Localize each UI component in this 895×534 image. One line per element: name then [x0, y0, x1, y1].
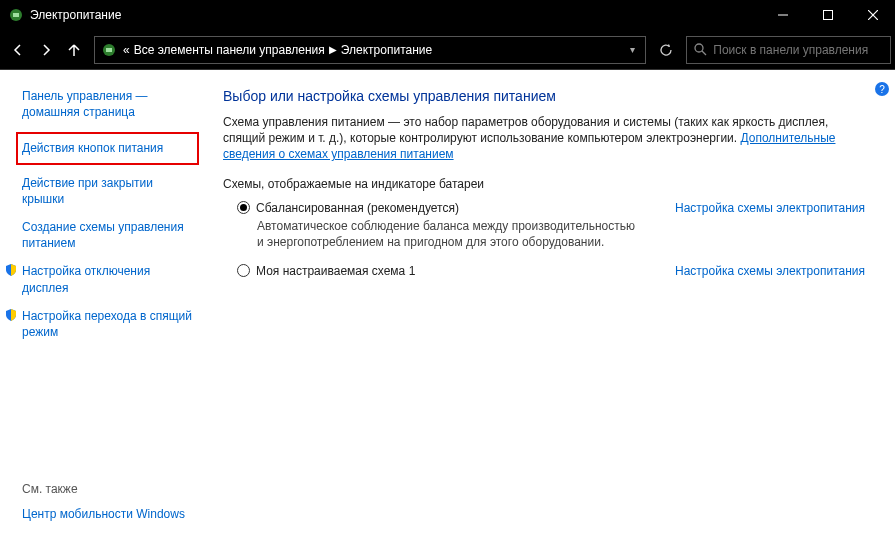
forward-button[interactable] [32, 36, 60, 64]
svg-rect-1 [13, 13, 19, 17]
breadcrumb-prefix: « [123, 43, 130, 57]
window-title: Электропитание [30, 8, 760, 22]
sidebar-item-sleep[interactable]: Настройка перехода в спящий режим [4, 308, 193, 340]
up-button[interactable] [60, 36, 88, 64]
page-description: Схема управления питанием — это набор па… [223, 114, 865, 163]
refresh-button[interactable] [652, 36, 680, 64]
mobility-center-link[interactable]: Центр мобильности Windows [22, 506, 193, 522]
plan-radio-custom1[interactable] [237, 264, 250, 277]
svg-rect-7 [106, 48, 112, 52]
back-button[interactable] [4, 36, 32, 64]
sidebar-item-create-plan[interactable]: Создание схемы управления питанием [22, 219, 193, 251]
titlebar: Электропитание [0, 0, 895, 30]
change-plan-settings-link[interactable]: Настройка схемы электропитания [675, 264, 865, 278]
sidebar-item-label: Настройка отключения дисплея [22, 263, 193, 295]
plan-radio-balanced[interactable] [237, 201, 250, 214]
control-panel-home-link[interactable]: Панель управления — домашняя страница [22, 88, 193, 120]
plan-name[interactable]: Моя настраиваемая схема 1 [256, 264, 415, 278]
sidebar-item-power-buttons[interactable]: Действия кнопок питания [16, 132, 199, 164]
breadcrumb-parent[interactable]: Все элементы панели управления [134, 43, 325, 57]
plan-name[interactable]: Сбалансированная (рекомендуется) [256, 201, 459, 215]
chevron-right-icon[interactable]: ▶ [329, 44, 337, 55]
breadcrumb-current[interactable]: Электропитание [341, 43, 432, 57]
sidebar-item-lid-close[interactable]: Действие при закрытии крышки [22, 175, 193, 207]
sidebar: Панель управления — домашняя страница Де… [0, 70, 205, 534]
plan-description: Автоматическое соблюдение баланса между … [257, 218, 637, 250]
navbar: « Все элементы панели управления ▶ Элект… [0, 30, 895, 70]
search-box[interactable] [686, 36, 891, 64]
change-plan-settings-link[interactable]: Настройка схемы электропитания [675, 201, 865, 215]
maximize-button[interactable] [805, 0, 850, 30]
svg-point-8 [695, 44, 703, 52]
content-area: ? Панель управления — домашняя страница … [0, 70, 895, 534]
minimize-button[interactable] [760, 0, 805, 30]
shield-icon [4, 308, 20, 324]
main-panel: Выбор или настройка схемы управления пит… [205, 70, 895, 534]
power-options-icon [101, 42, 117, 58]
search-input[interactable] [713, 43, 884, 57]
sidebar-item-label: Настройка перехода в спящий режим [22, 308, 193, 340]
help-icon[interactable]: ? [875, 82, 889, 96]
close-button[interactable] [850, 0, 895, 30]
svg-rect-3 [823, 11, 832, 20]
shield-icon [4, 263, 20, 279]
sidebar-item-display-off[interactable]: Настройка отключения дисплея [4, 263, 193, 295]
power-plan-balanced: Сбалансированная (рекомендуется) Настрой… [237, 201, 865, 250]
description-text: Схема управления питанием — это набор па… [223, 115, 828, 145]
power-plan-custom1: Моя настраиваемая схема 1 Настройка схем… [237, 264, 865, 278]
see-also-label: См. также [22, 482, 193, 496]
chevron-down-icon[interactable]: ▾ [626, 44, 639, 55]
plans-section-label: Схемы, отображаемые на индикаторе батаре… [223, 177, 865, 191]
power-options-icon [8, 7, 24, 23]
page-heading: Выбор или настройка схемы управления пит… [223, 88, 865, 104]
search-icon [693, 42, 707, 58]
address-bar[interactable]: « Все элементы панели управления ▶ Элект… [94, 36, 646, 64]
svg-line-9 [702, 51, 706, 55]
